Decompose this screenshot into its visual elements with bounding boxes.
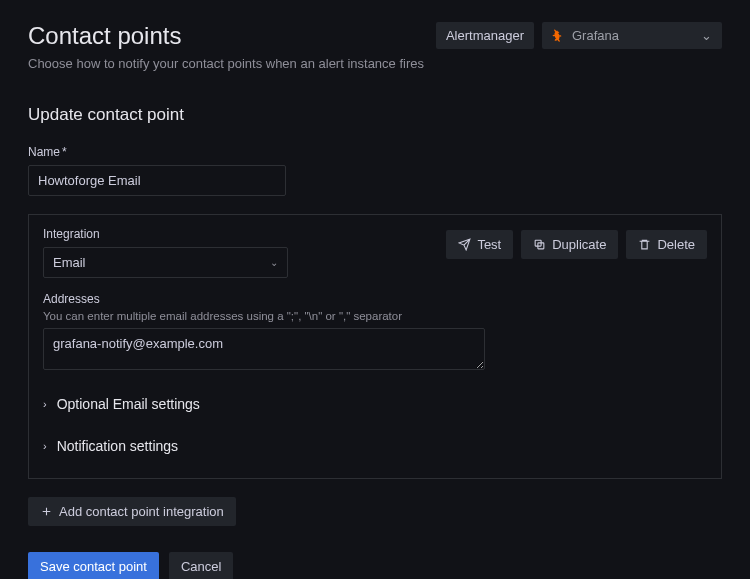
addresses-input[interactable]: grafana-notify@example.com bbox=[43, 328, 485, 370]
name-input[interactable] bbox=[28, 165, 286, 196]
chevron-right-icon: › bbox=[43, 440, 47, 452]
name-label: Name* bbox=[28, 145, 722, 159]
trash-icon bbox=[638, 238, 651, 251]
cancel-button[interactable]: Cancel bbox=[169, 552, 233, 579]
test-button[interactable]: Test bbox=[446, 230, 513, 259]
paper-plane-icon bbox=[458, 238, 471, 251]
alertmanager-select[interactable]: Grafana ⌄ bbox=[542, 22, 722, 49]
section-title: Update contact point bbox=[28, 105, 722, 125]
chevron-down-icon: ⌄ bbox=[701, 28, 712, 43]
page-title: Contact points bbox=[28, 22, 424, 50]
optional-email-settings-toggle[interactable]: › Optional Email settings bbox=[43, 396, 707, 412]
addresses-label: Addresses bbox=[43, 292, 707, 306]
duplicate-button[interactable]: Duplicate bbox=[521, 230, 618, 259]
chevron-down-icon: ⌄ bbox=[270, 257, 278, 268]
alertmanager-value: Grafana bbox=[572, 28, 619, 43]
integration-label: Integration bbox=[43, 227, 288, 241]
chevron-right-icon: › bbox=[43, 398, 47, 410]
copy-icon bbox=[533, 238, 546, 251]
notification-settings-toggle[interactable]: › Notification settings bbox=[43, 438, 707, 454]
integration-value: Email bbox=[53, 255, 86, 270]
delete-button[interactable]: Delete bbox=[626, 230, 707, 259]
alertmanager-label: Alertmanager bbox=[436, 22, 534, 49]
plus-icon bbox=[40, 505, 53, 518]
save-button[interactable]: Save contact point bbox=[28, 552, 159, 579]
grafana-icon bbox=[550, 29, 564, 43]
integration-select[interactable]: Email ⌄ bbox=[43, 247, 288, 278]
add-integration-button[interactable]: Add contact point integration bbox=[28, 497, 236, 526]
integration-panel: Integration Email ⌄ Test Duplicate Delet bbox=[28, 214, 722, 479]
addresses-hint: You can enter multiple email addresses u… bbox=[43, 310, 707, 322]
page-subtitle: Choose how to notify your contact points… bbox=[28, 56, 424, 71]
